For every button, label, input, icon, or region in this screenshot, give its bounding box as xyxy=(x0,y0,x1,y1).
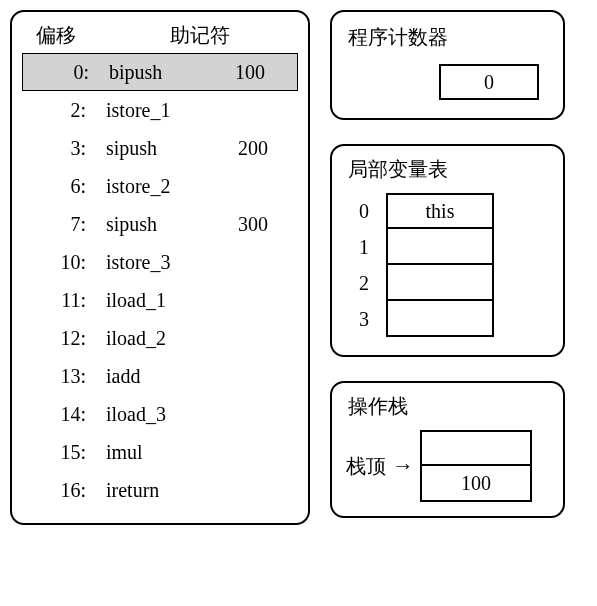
program-counter-panel: 程序计数器 0 xyxy=(330,10,565,120)
bytecode-mnemonic: sipush xyxy=(100,213,238,236)
bytecode-header-mnemonic: 助记符 xyxy=(100,22,294,49)
bytecode-panel: 偏移 助记符 0:bipush1002:istore_13:sipush2006… xyxy=(10,10,310,525)
right-column: 程序计数器 0 局部变量表 0this123 操作栈 栈顶 → 100 xyxy=(330,10,587,525)
bytecode-offset: 3: xyxy=(26,137,100,160)
bytecode-offset: 11: xyxy=(26,289,100,312)
bytecode-row: 0:bipush100 xyxy=(22,53,298,91)
operand-stack-cells: 100 xyxy=(420,430,532,502)
local-var-row: 0this xyxy=(342,193,545,229)
bytecode-mnemonic: ireturn xyxy=(100,479,238,502)
bytecode-rows: 0:bipush1002:istore_13:sipush2006:istore… xyxy=(20,53,300,509)
operand-stack-cell xyxy=(420,430,532,466)
local-var-index: 3 xyxy=(342,308,386,331)
bytecode-mnemonic: bipush xyxy=(103,61,235,84)
bytecode-offset: 7: xyxy=(26,213,100,236)
bytecode-arg: 200 xyxy=(238,137,294,160)
local-var-index: 2 xyxy=(342,272,386,295)
operand-stack-cell: 100 xyxy=(420,466,532,502)
local-var-cell xyxy=(386,229,494,265)
arrow-right-icon: → xyxy=(392,453,414,479)
bytecode-offset: 13: xyxy=(26,365,100,388)
stack-top-label: 栈顶 xyxy=(346,453,386,480)
bytecode-row: 15:imul xyxy=(20,433,300,471)
bytecode-mnemonic: iload_1 xyxy=(100,289,238,312)
local-vars-panel: 局部变量表 0this123 xyxy=(330,144,565,357)
bytecode-offset: 12: xyxy=(26,327,100,350)
local-var-cell xyxy=(386,265,494,301)
local-vars-title: 局部变量表 xyxy=(342,154,553,193)
bytecode-row: 14:iload_3 xyxy=(20,395,300,433)
bytecode-mnemonic: sipush xyxy=(100,137,238,160)
local-var-index: 0 xyxy=(342,200,386,223)
bytecode-arg: 300 xyxy=(238,213,294,236)
bytecode-mnemonic: iadd xyxy=(100,365,238,388)
bytecode-row: 13:iadd xyxy=(20,357,300,395)
program-counter-title: 程序计数器 xyxy=(342,20,553,55)
local-var-row: 1 xyxy=(342,229,545,265)
local-var-cell xyxy=(386,301,494,337)
bytecode-offset: 0: xyxy=(29,61,103,84)
bytecode-mnemonic: iload_2 xyxy=(100,327,238,350)
operand-stack-title: 操作栈 xyxy=(342,391,553,430)
bytecode-row: 11:iload_1 xyxy=(20,281,300,319)
bytecode-row: 3:sipush200 xyxy=(20,129,300,167)
bytecode-row: 10:istore_3 xyxy=(20,243,300,281)
local-var-row: 3 xyxy=(342,301,545,337)
bytecode-offset: 16: xyxy=(26,479,100,502)
program-counter-value: 0 xyxy=(439,64,539,100)
bytecode-offset: 6: xyxy=(26,175,100,198)
bytecode-arg: 100 xyxy=(235,61,291,84)
bytecode-row: 16:ireturn xyxy=(20,471,300,509)
bytecode-row: 7:sipush300 xyxy=(20,205,300,243)
bytecode-row: 12:iload_2 xyxy=(20,319,300,357)
local-vars-table: 0this123 xyxy=(342,193,545,337)
bytecode-header-offset: 偏移 xyxy=(26,22,100,49)
bytecode-row: 6:istore_2 xyxy=(20,167,300,205)
local-var-index: 1 xyxy=(342,236,386,259)
operand-stack-panel: 操作栈 栈顶 → 100 xyxy=(330,381,565,518)
bytecode-mnemonic: istore_2 xyxy=(100,175,238,198)
bytecode-offset: 15: xyxy=(26,441,100,464)
bytecode-offset: 2: xyxy=(26,99,100,122)
bytecode-mnemonic: iload_3 xyxy=(100,403,238,426)
local-var-row: 2 xyxy=(342,265,545,301)
bytecode-offset: 14: xyxy=(26,403,100,426)
local-var-cell: this xyxy=(386,193,494,229)
bytecode-mnemonic: istore_3 xyxy=(100,251,238,274)
bytecode-row: 2:istore_1 xyxy=(20,91,300,129)
bytecode-mnemonic: imul xyxy=(100,441,238,464)
bytecode-mnemonic: istore_1 xyxy=(100,99,238,122)
bytecode-header: 偏移 助记符 xyxy=(20,18,300,53)
bytecode-offset: 10: xyxy=(26,251,100,274)
